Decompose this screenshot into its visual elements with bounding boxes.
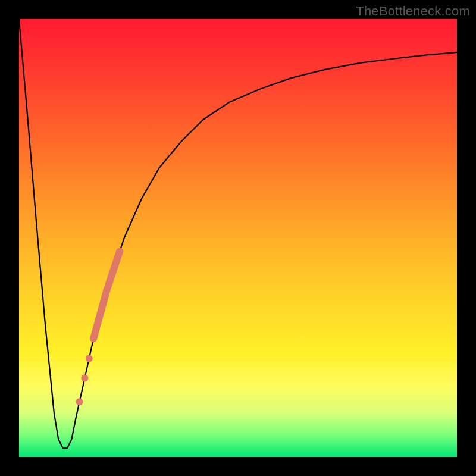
chart-frame: TheBottleneck.com	[0, 0, 476, 476]
highlight-dot	[81, 375, 88, 382]
bottleneck-curve	[19, 19, 457, 448]
highlight-dot	[76, 398, 83, 405]
highlight-dot	[86, 355, 93, 362]
curve-svg	[19, 19, 457, 457]
plot-area	[19, 19, 457, 457]
watermark-text: TheBottleneck.com	[356, 4, 470, 19]
highlight-band	[93, 251, 120, 339]
